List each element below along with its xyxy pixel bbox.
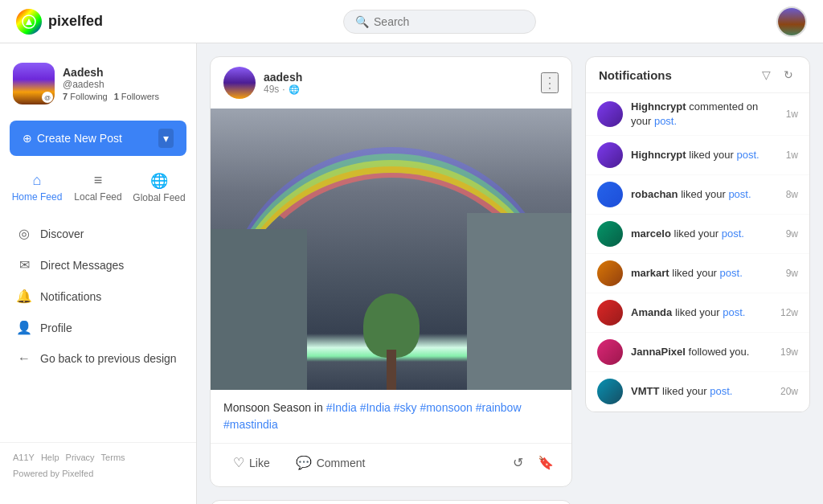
tab-local-feed[interactable]: ≡ Local Feed xyxy=(68,166,129,211)
notification-item: marcelo liked your post. 9w xyxy=(586,215,809,254)
post-caption: Monsoon Season in #India #India #sky #mo… xyxy=(211,390,571,443)
footer-terms[interactable]: Terms xyxy=(101,453,125,462)
filter-notifications-button[interactable]: ▽ xyxy=(759,67,774,83)
heart-icon: ♡ xyxy=(233,455,244,470)
local-feed-label: Local Feed xyxy=(74,191,121,203)
notif-time: 9w xyxy=(786,268,798,279)
notif-avatar xyxy=(597,379,623,404)
main-content: aadesh 49s · 🌐 ⋮ xyxy=(197,43,823,504)
notif-time: 9w xyxy=(786,228,798,240)
sidebar-item-discover[interactable]: ◎ Discover xyxy=(0,218,196,249)
profile-handle: @aadesh xyxy=(63,79,183,90)
notif-text: VMTT liked your post. xyxy=(631,384,772,399)
notifications-panel: Notifications ▽ ↻ Highncrypt commented o… xyxy=(585,56,810,412)
notif-link[interactable]: post. xyxy=(722,227,744,240)
back-icon: ← xyxy=(16,351,32,366)
post-menu-button[interactable]: ⋮ xyxy=(541,72,559,93)
dropdown-arrow-icon[interactable]: ▾ xyxy=(158,129,174,148)
hashtag[interactable]: #India xyxy=(360,401,391,414)
tree xyxy=(359,293,424,390)
tab-home-feed[interactable]: ⌂ Home Feed xyxy=(6,166,68,211)
top-navigation: pixelfed 🔍 xyxy=(0,0,823,43)
separator: · xyxy=(282,84,285,95)
home-feed-label: Home Feed xyxy=(12,191,63,203)
footer-a11y[interactable]: A11Y xyxy=(13,453,35,462)
notif-link[interactable]: post. xyxy=(723,306,745,318)
notifications-list: Highncrypt commented on your post. 1w Hi… xyxy=(586,93,809,412)
profile-name: Aadesh xyxy=(63,66,183,79)
notif-time: 8w xyxy=(786,189,798,200)
sidebar-nav: ◎ Discover ✉ Direct Messages 🔔 Notificat… xyxy=(0,218,196,442)
hashtag[interactable]: #rainbow xyxy=(476,401,522,414)
like-button[interactable]: ♡ Like xyxy=(223,450,280,475)
messages-label: Direct Messages xyxy=(40,259,124,272)
messages-icon: ✉ xyxy=(16,257,32,272)
sidebar-item-profile[interactable]: 👤 Profile xyxy=(0,312,196,343)
notif-time: 1w xyxy=(786,109,798,120)
notif-avatar xyxy=(597,101,623,127)
notif-avatar xyxy=(597,260,623,286)
notification-item: robachan liked your post. 8w xyxy=(586,175,809,215)
like-label: Like xyxy=(249,457,270,469)
notif-text: JannaPixel followed you. xyxy=(631,345,772,359)
notification-item: Highncrypt liked your post. 1w xyxy=(586,136,809,175)
notification-item: VMTT liked your post. 20w xyxy=(586,372,809,412)
notification-item: Highncrypt commented on your post. 1w xyxy=(586,93,809,136)
hashtag[interactable]: #sky xyxy=(394,401,417,414)
notif-link[interactable]: post. xyxy=(728,188,751,200)
public-icon: 🌐 xyxy=(289,84,300,95)
create-post-label: Create New Post xyxy=(37,132,122,145)
notif-text: Highncrypt commented on your post. xyxy=(631,100,778,129)
discover-icon: ◎ xyxy=(16,226,32,241)
footer-help[interactable]: Help xyxy=(41,453,59,462)
search-input[interactable] xyxy=(374,15,524,28)
sidebar-footer: A11Y Help Privacy Terms Powered by Pixel… xyxy=(0,442,196,491)
notif-link[interactable]: post. xyxy=(654,115,677,127)
post-author: aadesh 49s · 🌐 xyxy=(223,67,302,99)
repost-icon: ↺ xyxy=(513,456,523,469)
bookmark-button[interactable]: 🔖 xyxy=(533,450,559,475)
notif-text: robachan liked your post. xyxy=(631,187,778,202)
following-stat: 7 Following xyxy=(63,92,108,101)
refresh-notifications-button[interactable]: ↻ xyxy=(780,67,796,83)
feed-tabs: ⌂ Home Feed ≡ Local Feed 🌐 Global Feed xyxy=(0,166,196,211)
notif-link[interactable]: post. xyxy=(737,149,760,161)
footer-privacy[interactable]: Privacy xyxy=(66,453,95,462)
post-meta: 49s · 🌐 xyxy=(264,84,302,95)
profile-icon: 👤 xyxy=(16,320,32,335)
notif-text: markart liked your post. xyxy=(631,266,778,281)
hashtag[interactable]: #monsoon xyxy=(420,401,472,414)
search-bar[interactable]: 🔍 xyxy=(343,10,536,34)
notif-link[interactable]: post. xyxy=(710,385,732,397)
plus-circle-icon: ⊕ xyxy=(23,132,32,145)
user-avatar-button[interactable] xyxy=(776,6,807,37)
notif-avatar xyxy=(597,182,623,207)
create-post-button[interactable]: ⊕ Create New Post ▾ xyxy=(10,121,186,156)
tab-global-feed[interactable]: 🌐 Global Feed xyxy=(129,166,190,211)
profile-label: Profile xyxy=(40,322,72,334)
profile-info: Aadesh @aadesh 7 Following 1 Followers xyxy=(63,66,183,101)
comment-label: Comment xyxy=(317,457,366,469)
profile-avatar xyxy=(13,63,55,104)
bookmark-icon: 🔖 xyxy=(538,456,554,469)
notif-text: marcelo liked your post. xyxy=(631,227,778,241)
notif-link[interactable]: post. xyxy=(720,267,743,279)
profile-badge xyxy=(42,92,53,103)
app-logo[interactable]: pixelfed xyxy=(16,9,103,35)
sidebar-item-notifications[interactable]: 🔔 Notifications xyxy=(0,281,196,312)
notifications-title: Notifications xyxy=(599,68,672,82)
sidebar-item-back[interactable]: ← Go back to previous design xyxy=(0,343,196,374)
profile-stats: 7 Following 1 Followers xyxy=(63,92,183,101)
notification-item: markart liked your post. 9w xyxy=(586,254,809,293)
hashtag[interactable]: #India xyxy=(326,401,357,414)
notifications-header: Notifications ▽ ↻ xyxy=(586,57,809,93)
logo-icon xyxy=(16,9,42,35)
repost-button[interactable]: ↺ xyxy=(508,450,528,475)
hashtag[interactable]: #mastindia xyxy=(223,418,278,431)
post-header: aadesh 49s · 🌐 ⋮ xyxy=(211,57,571,109)
post-header-2: jett1oeil 7h · 🌐 ⋮ xyxy=(211,501,571,504)
sidebar-item-direct-messages[interactable]: ✉ Direct Messages xyxy=(0,249,196,281)
comment-button[interactable]: 💬 Comment xyxy=(286,450,375,475)
notif-avatar xyxy=(597,142,623,168)
post-card-partial: jett1oeil 7h · 🌐 ⋮ xyxy=(210,500,572,504)
